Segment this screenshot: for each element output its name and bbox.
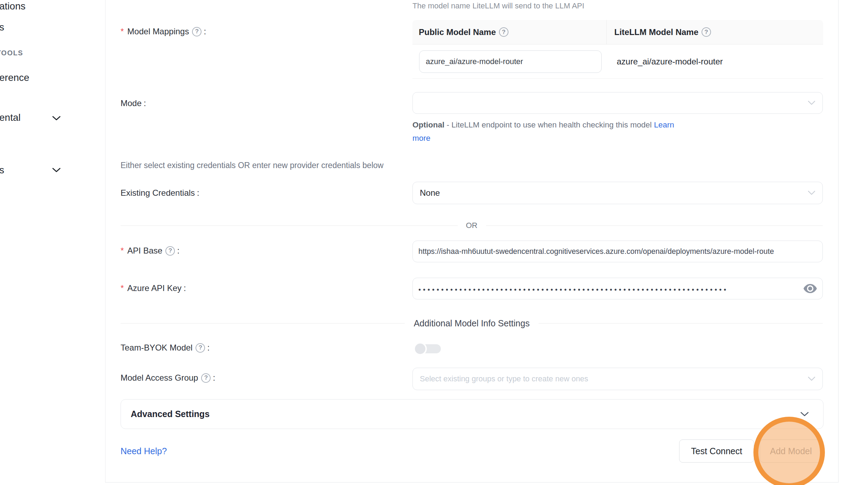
sidebar-item-clipped-2[interactable]: s: [0, 22, 4, 33]
model-access-group-label-row: Model Access Group ? :: [121, 373, 215, 383]
azure-api-key-label-row: * Azure API Key :: [121, 283, 186, 293]
azure-api-key-label: Azure API Key: [127, 283, 182, 293]
sidebar-item-clipped-1[interactable]: ations: [0, 1, 26, 12]
model-name-hint: The model name LiteLLM will send to the …: [412, 1, 584, 11]
col-litellm-model-name: LiteLLM Model Name ?: [606, 20, 823, 44]
model-access-group-select[interactable]: Select existing groups or type to create…: [412, 368, 823, 390]
api-base-input[interactable]: https://ishaa-mh6uutut-swedencentral.cog…: [412, 241, 823, 262]
additional-settings-title: Additional Model Info Settings: [405, 318, 539, 328]
table-header-row: Public Model Name ? LiteLLM Model Name ?: [412, 20, 823, 44]
help-icon[interactable]: ?: [499, 27, 508, 37]
toggle-knob: [414, 342, 427, 355]
need-help-link[interactable]: Need Help?: [121, 446, 167, 456]
model-mappings-label-row: * Model Mappings ? :: [121, 27, 206, 36]
advanced-settings-panel[interactable]: Advanced Settings: [121, 399, 823, 429]
mode-label-row: Mode :: [121, 98, 146, 108]
chevron-down-icon: [808, 101, 815, 105]
help-icon[interactable]: ?: [192, 27, 201, 36]
existing-credentials-label: Existing Credentials: [121, 188, 195, 198]
litellm-model-name-value: azure_ai/azure-model-router: [617, 57, 723, 67]
chevron-down-icon[interactable]: [800, 411, 809, 417]
or-divider: OR: [121, 220, 823, 231]
api-base-label-row: * API Base ? :: [121, 246, 179, 256]
col-public-model-name: Public Model Name ?: [412, 20, 606, 44]
sidebar-item-clipped-4[interactable]: ental: [0, 112, 21, 123]
api-base-label: API Base: [127, 246, 162, 256]
azure-api-key-input[interactable]: ••••••••••••••••••••••••••••••••••••••••…: [412, 278, 823, 299]
required-asterisk: *: [121, 283, 124, 293]
existing-credentials-label-row: Existing Credentials :: [121, 188, 199, 198]
model-mappings-table: Public Model Name ? LiteLLM Model Name ?…: [412, 20, 823, 79]
annotation-highlight-circle: [753, 417, 825, 485]
test-connect-button[interactable]: Test Connect: [679, 439, 754, 463]
table-row: azure_ai/azure-model-router azure_ai/azu…: [412, 44, 823, 79]
sidebar-section-tools: TOOLS: [0, 49, 23, 57]
credentials-note: Either select existing credentials OR en…: [121, 161, 383, 170]
public-model-name-input[interactable]: azure_ai/azure-model-router: [419, 50, 602, 73]
mode-select[interactable]: [412, 92, 823, 114]
chevron-down-icon: [808, 190, 815, 195]
mode-label: Mode: [121, 98, 142, 108]
sidebar: ations s TOOLS erence ental s: [0, 0, 105, 485]
eye-icon[interactable]: [803, 281, 818, 296]
masked-api-key: ••••••••••••••••••••••••••••••••••••••••…: [418, 286, 728, 294]
help-icon[interactable]: ?: [196, 343, 205, 353]
model-access-group-placeholder: Select existing groups or type to create…: [420, 374, 588, 383]
chevron-down-icon[interactable]: [52, 167, 61, 173]
team-byok-label: Team-BYOK Model: [121, 343, 192, 353]
required-asterisk: *: [121, 27, 124, 36]
mode-optional-note: Optional - LiteLLM endpoint to use when …: [412, 118, 693, 145]
advanced-settings-title: Advanced Settings: [131, 409, 800, 419]
team-byok-toggle[interactable]: [414, 342, 442, 355]
help-icon[interactable]: ?: [201, 373, 211, 383]
required-asterisk: *: [121, 246, 124, 256]
help-icon[interactable]: ?: [165, 246, 175, 256]
model-mappings-label: Model Mappings: [127, 27, 189, 36]
team-byok-label-row: Team-BYOK Model ? :: [121, 343, 210, 353]
or-text: OR: [458, 221, 486, 230]
help-icon[interactable]: ?: [702, 27, 711, 37]
sidebar-item-clipped-5[interactable]: s: [0, 165, 4, 176]
chevron-down-icon[interactable]: [52, 116, 61, 121]
existing-credentials-select[interactable]: None: [412, 182, 823, 204]
chevron-down-icon: [808, 376, 815, 381]
additional-settings-divider: Additional Model Info Settings: [121, 317, 823, 329]
model-access-group-label: Model Access Group: [121, 373, 198, 383]
sidebar-item-clipped-3[interactable]: erence: [0, 72, 29, 83]
